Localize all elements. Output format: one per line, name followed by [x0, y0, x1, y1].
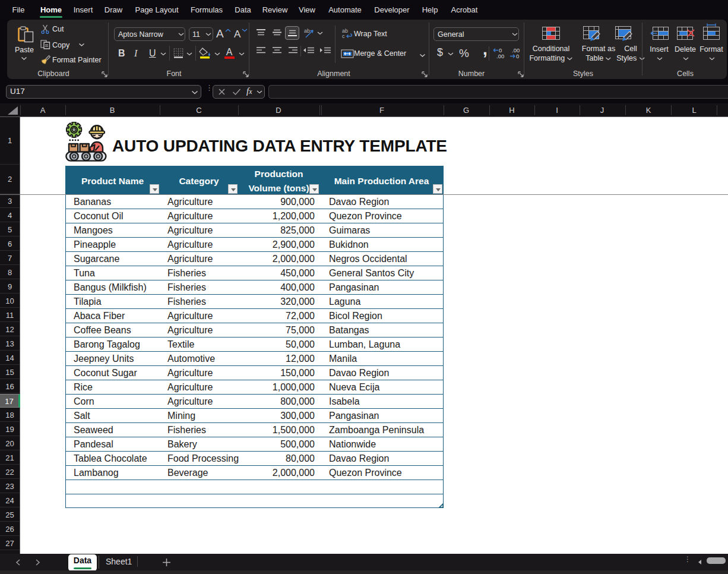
- svg-text:ab: ab: [304, 28, 310, 34]
- svg-text:c: c: [342, 33, 345, 39]
- svg-text:0: 0: [516, 53, 519, 59]
- svg-text:.00: .00: [496, 53, 504, 59]
